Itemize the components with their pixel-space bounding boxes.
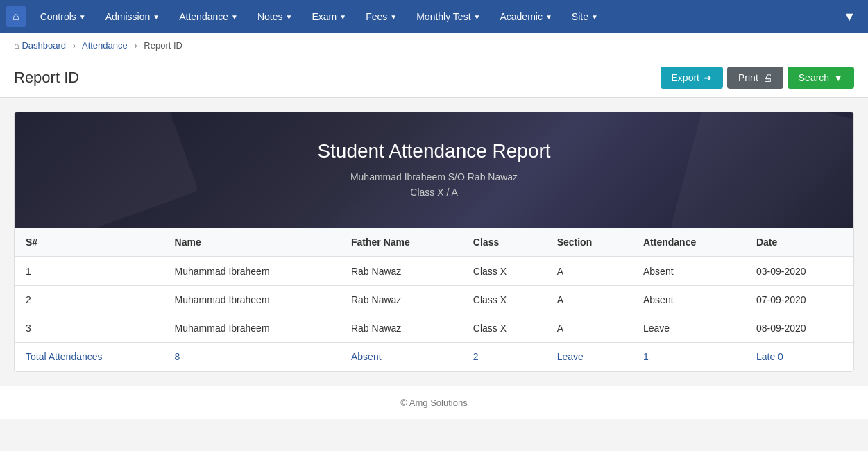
nav-site-caret: ▼	[591, 13, 598, 21]
search-label: Search	[799, 72, 829, 83]
cell-class: Class X	[462, 314, 546, 342]
print-label: Print	[738, 72, 758, 83]
navbar: ⌂ Controls ▼ Admission ▼ Attendance ▼ No…	[0, 0, 868, 33]
nav-admission[interactable]: Admission ▼	[97, 7, 169, 26]
header-buttons: Export ➜ Print 🖨 Search ▼	[661, 67, 854, 89]
nav-monthly-test-label: Monthly Test	[416, 11, 470, 22]
nav-exam-label: Exam	[312, 11, 337, 22]
page-title: Report ID	[14, 69, 79, 87]
export-label: Export	[672, 72, 699, 83]
search-button[interactable]: Search ▼	[788, 67, 854, 89]
col-sno: S#	[15, 228, 164, 257]
totals-leave-count: 1	[632, 342, 745, 371]
nav-notes[interactable]: Notes ▼	[249, 7, 300, 26]
totals-leave-label: Leave	[546, 342, 632, 371]
nav-monthly-test[interactable]: Monthly Test ▼	[408, 7, 488, 26]
nav-attendance-caret: ▼	[231, 13, 238, 21]
cell-father: Rab Nawaz	[340, 285, 462, 314]
table-row: 2 Muhammad Ibraheem Rab Nawaz Class X A …	[15, 285, 853, 314]
nav-site-label: Site	[572, 11, 588, 22]
page-footer: © Amg Solutions	[0, 386, 868, 419]
cell-attendance: Leave	[632, 314, 745, 342]
nav-fees-label: Fees	[366, 11, 387, 22]
nav-academic-caret: ▼	[545, 13, 552, 21]
cell-father: Rab Nawaz	[340, 314, 462, 342]
totals-row: Total Attendances 8 Absent 2 Leave 1 Lat…	[15, 342, 853, 371]
nav-controls-caret: ▼	[79, 13, 86, 21]
col-class: Class	[462, 228, 546, 257]
home-button[interactable]: ⌂	[6, 6, 26, 27]
nav-academic[interactable]: Academic ▼	[491, 7, 560, 26]
table-row: 3 Muhammad Ibraheem Rab Nawaz Class X A …	[15, 314, 853, 342]
totals-late: Late 0	[745, 342, 853, 371]
print-button[interactable]: Print 🖨	[727, 67, 783, 89]
export-button[interactable]: Export ➜	[661, 67, 723, 89]
nav-admission-caret: ▼	[153, 13, 160, 21]
report-class-info: Class X / A	[28, 185, 840, 200]
cell-date: 03-09-2020	[745, 257, 853, 286]
totals-label: Total Attendances	[15, 342, 164, 371]
cell-section: A	[546, 314, 632, 342]
totals-absent-label: Absent	[340, 342, 462, 371]
cell-attendance: Absent	[632, 257, 745, 286]
breadcrumb: ⌂ Dashboard › Attendance › Report ID	[0, 33, 868, 58]
totals-count: 8	[164, 342, 340, 371]
col-father: Father Name	[340, 228, 462, 257]
col-name: Name	[164, 228, 340, 257]
nav-academic-label: Academic	[500, 11, 542, 22]
cell-class: Class X	[462, 285, 546, 314]
breadcrumb-home-icon: ⌂	[14, 40, 19, 51]
breadcrumb-current: Report ID	[144, 40, 182, 51]
col-attendance: Attendance	[632, 228, 745, 257]
nav-fees-caret: ▼	[390, 13, 397, 21]
navbar-expand-button[interactable]: ▼	[836, 6, 862, 28]
nav-attendance[interactable]: Attendance ▼	[171, 7, 246, 26]
nav-admission-label: Admission	[105, 11, 151, 22]
footer-text: © Amg Solutions	[400, 398, 467, 408]
table-header-row: S# Name Father Name Class Section Attend…	[15, 228, 853, 257]
col-section: Section	[546, 228, 632, 257]
col-date: Date	[745, 228, 853, 257]
cell-name: Muhammad Ibraheem	[164, 314, 340, 342]
breadcrumb-sep-2: ›	[134, 40, 137, 51]
cell-attendance: Absent	[632, 285, 745, 314]
cell-sno: 3	[15, 314, 164, 342]
cell-date: 08-09-2020	[745, 314, 853, 342]
nav-controls[interactable]: Controls ▼	[32, 7, 94, 26]
nav-monthly-test-caret: ▼	[474, 13, 481, 21]
report-banner-title: Student Attendance Report	[28, 140, 840, 162]
export-icon: ➜	[704, 72, 712, 83]
cell-father: Rab Nawaz	[340, 257, 462, 286]
report-card: Student Attendance Report Muhammad Ibrah…	[14, 112, 854, 372]
table-row: 1 Muhammad Ibraheem Rab Nawaz Class X A …	[15, 257, 853, 286]
nav-attendance-label: Attendance	[179, 11, 228, 22]
report-student-name: Muhammad Ibraheem S/O Rab Nawaz	[28, 169, 840, 185]
nav-site[interactable]: Site ▼	[563, 7, 606, 26]
cell-name: Muhammad Ibraheem	[164, 257, 340, 286]
nav-exam[interactable]: Exam ▼	[303, 7, 355, 26]
cell-sno: 2	[15, 285, 164, 314]
nav-notes-caret: ▼	[286, 13, 293, 21]
page-header: Report ID Export ➜ Print 🖨 Search ▼	[0, 58, 868, 98]
nav-fees[interactable]: Fees ▼	[357, 7, 405, 26]
nav-exam-caret: ▼	[339, 13, 346, 21]
attendance-table: S# Name Father Name Class Section Attend…	[15, 228, 853, 371]
print-icon: 🖨	[763, 72, 772, 83]
main-content: Student Attendance Report Muhammad Ibrah…	[0, 98, 868, 386]
nav-notes-label: Notes	[257, 11, 283, 22]
cell-section: A	[546, 257, 632, 286]
breadcrumb-sep-1: ›	[73, 40, 76, 51]
breadcrumb-attendance[interactable]: Attendance	[82, 40, 128, 51]
nav-controls-label: Controls	[40, 11, 76, 22]
search-filter-icon: ▼	[833, 72, 843, 83]
report-banner: Student Attendance Report Muhammad Ibrah…	[15, 112, 853, 228]
cell-section: A	[546, 285, 632, 314]
breadcrumb-dashboard[interactable]: Dashboard	[22, 40, 66, 51]
cell-sno: 1	[15, 257, 164, 286]
totals-absent-count: 2	[462, 342, 546, 371]
cell-class: Class X	[462, 257, 546, 286]
cell-date: 07-09-2020	[745, 285, 853, 314]
cell-name: Muhammad Ibraheem	[164, 285, 340, 314]
